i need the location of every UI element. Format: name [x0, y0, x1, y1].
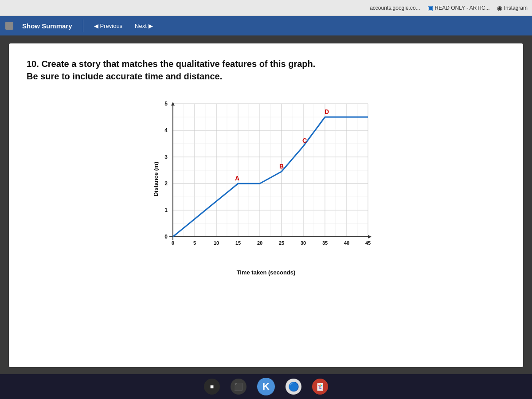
prev-arrow-icon: ◀ [94, 23, 98, 29]
question-body: Create a story that matches the qualitat… [27, 59, 315, 81]
svg-text:40: 40 [344, 240, 349, 246]
svg-text:5: 5 [164, 101, 168, 107]
svg-text:35: 35 [322, 240, 328, 246]
svg-text:10: 10 [214, 240, 219, 246]
stop-button[interactable] [5, 22, 13, 30]
next-button[interactable]: Next ▶ [131, 21, 156, 31]
browser-bar: accounts.google.co... ▣ READ ONLY - ARTI… [0, 0, 532, 16]
svg-text:3: 3 [164, 154, 168, 160]
point-b-label: B [279, 163, 284, 170]
svg-text:45: 45 [365, 240, 371, 246]
char-icon[interactable]: 🃏 [312, 379, 328, 395]
previous-button[interactable]: ◀ Previous [90, 21, 126, 31]
nav-toolbar: Show Summary ◀ Previous Next ▶ [0, 16, 532, 35]
show-summary-button[interactable]: Show Summary [19, 20, 76, 31]
svg-text:25: 25 [279, 240, 284, 246]
svg-text:15: 15 [235, 240, 241, 246]
question-number: 10. [27, 59, 39, 69]
point-c-label: C [302, 137, 307, 144]
graph-container: Distance (m) Time taken (seconds) [27, 95, 505, 263]
svg-text:2: 2 [164, 180, 168, 187]
video-icon[interactable]: ■ [204, 379, 220, 395]
taskbar: ■ ⬛ K 🔵 🃏 [0, 374, 532, 399]
svg-text:0: 0 [164, 234, 168, 240]
graph-svg: 0 1 2 3 4 5 0 5 10 15 20 25 30 35 40 45 [151, 95, 381, 263]
point-d-label: D [325, 108, 329, 115]
svg-text:20: 20 [257, 240, 262, 246]
svg-text:4: 4 [164, 127, 168, 133]
y-axis-label: Distance (m) [153, 162, 159, 196]
chrome-icon[interactable]: 🔵 [286, 379, 301, 395]
next-arrow-icon: ▶ [149, 23, 153, 29]
svg-text:1: 1 [164, 207, 168, 213]
svg-marker-33 [368, 235, 372, 239]
read-only-link[interactable]: ▣ READ ONLY - ARTIC... [427, 4, 490, 12]
k-icon[interactable]: K [257, 378, 275, 395]
point-a-label: A [235, 175, 239, 182]
graph-wrapper: Distance (m) Time taken (seconds) [151, 95, 381, 263]
x-axis-label: Time taken (seconds) [237, 269, 296, 276]
google-link[interactable]: accounts.google.co... [370, 5, 420, 11]
main-content: 10. Create a story that matches the qual… [9, 43, 523, 367]
svg-text:0: 0 [172, 240, 174, 246]
toolbar-divider [83, 20, 83, 32]
instagram-link[interactable]: ◉ Instagram [497, 4, 528, 12]
svg-text:5: 5 [193, 240, 196, 246]
camera-icon[interactable]: ⬛ [231, 379, 246, 395]
browser-links: accounts.google.co... ▣ READ ONLY - ARTI… [370, 4, 528, 12]
svg-text:30: 30 [301, 240, 306, 246]
question-text: 10. Create a story that matches the qual… [27, 58, 505, 82]
